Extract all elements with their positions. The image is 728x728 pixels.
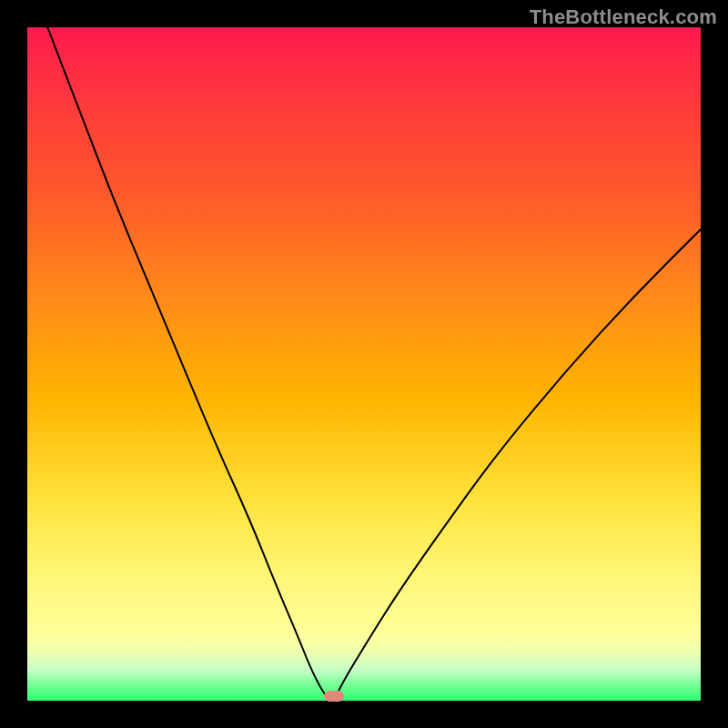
chart-container: TheBottleneck.com: [0, 0, 728, 728]
bottleneck-curve: [47, 27, 701, 699]
bottleneck-curve-svg: [27, 27, 701, 701]
plot-area: [27, 27, 701, 701]
watermark-text: TheBottleneck.com: [530, 5, 717, 29]
optimal-point-marker: [324, 691, 344, 702]
